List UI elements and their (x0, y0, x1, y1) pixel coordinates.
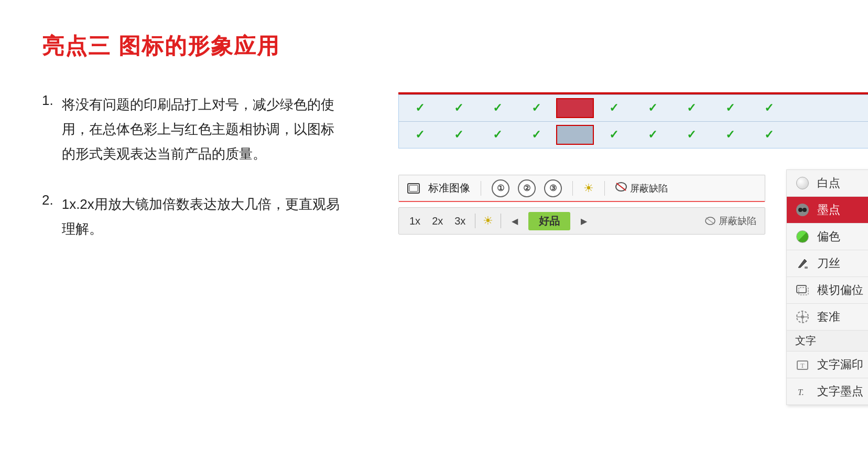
toolbar-sep-1 (481, 181, 481, 196)
mag-btn-3[interactable]: ③ (544, 179, 562, 197)
checkmark-icon: ✓ (415, 101, 425, 115)
quality-badge: 好品 (528, 212, 570, 230)
page: 亮点三 图标的形象应用 1. 将没有问题的印刷品打上对号，减少绿色的使用，在总体… (0, 0, 868, 457)
item-2-body: 1x.2x用放大镜加倍数表达放大几倍，更直观易理解。 (62, 192, 346, 241)
check-cell-1-4[interactable] (556, 125, 594, 145)
defect-label-text-ink: 文字墨点 (817, 384, 863, 399)
check-cell-0-2[interactable]: ✓ (479, 98, 516, 118)
text-miss-icon: T (795, 357, 810, 372)
check-cell-1-8[interactable]: ✓ (711, 125, 749, 145)
bottom-sep-1 (475, 214, 475, 228)
color-icon (795, 229, 810, 244)
check-row-1: ✓✓✓✓✓✓✓✓✓ (399, 122, 868, 148)
checkmark-icon: ✓ (648, 101, 657, 115)
checkmark-icon: ✓ (454, 128, 463, 142)
defect-item-color-shift[interactable]: 偏色 (787, 224, 868, 250)
check-row-0: ✓✓✓✓✓✓✓✓✓ (399, 95, 868, 122)
image-label: 标准图像 (428, 181, 470, 195)
text-ink-icon: T. (795, 384, 810, 399)
checkmark-icon: ✓ (609, 128, 619, 142)
check-cell-1-7[interactable]: ✓ (672, 125, 710, 145)
toolbar-sep-3 (604, 181, 605, 196)
checkmark-icon: ✓ (725, 101, 735, 115)
section-divider-text[interactable]: 文字 ∨ (787, 331, 868, 352)
check-cell-1-5[interactable]: ✓ (595, 125, 633, 145)
top-toolbar: 标准图像 ① ② ③ ☀ (398, 175, 765, 202)
item-2-number: 2. (42, 192, 53, 208)
checkmark-icon: ✓ (609, 101, 619, 115)
zoom-3x[interactable]: 3x (452, 214, 468, 228)
checkmark-icon: ✓ (687, 128, 696, 142)
item-1-text: 将没有问题的印刷品打上对号，减少绿色的使用，在总体色彩上与红色主题相协调，以图标… (62, 97, 334, 162)
defect-label-die-cut: 模切偏位 (817, 282, 863, 298)
svg-point-8 (802, 208, 807, 212)
check-cell-0-4[interactable] (556, 98, 594, 118)
svg-point-7 (798, 208, 802, 212)
check-cell-0-1[interactable]: ✓ (440, 98, 478, 118)
bottom-mask-label: 屏蔽缺陷 (719, 215, 756, 227)
check-cell-1-0[interactable]: ✓ (401, 125, 439, 145)
defect-label-knife: 刀丝 (817, 256, 840, 271)
mask-icon (615, 182, 627, 194)
check-cell-0-0[interactable]: ✓ (401, 98, 439, 118)
check-cell-0-6[interactable]: ✓ (634, 98, 671, 118)
right-column: ✓✓✓✓✓✓✓✓✓✓✓✓✓✓✓✓✓✓ 标准图 (367, 92, 868, 405)
check-grid-wrapper: ✓✓✓✓✓✓✓✓✓✓✓✓✓✓✓✓✓✓ (398, 92, 868, 148)
check-cell-0-8[interactable]: ✓ (711, 98, 749, 118)
bottom-toolbar: 1x 2x 3x ☀ ◀ 好品 ▶ (398, 207, 765, 235)
defect-item-text-ink[interactable]: T. 文字墨点 (787, 378, 868, 405)
check-cell-0-9[interactable]: ✓ (750, 98, 788, 118)
zoom-1x[interactable]: 1x (407, 214, 422, 228)
image-icon (407, 183, 420, 194)
defect-item-die-cut[interactable]: 模切偏位 (787, 277, 868, 304)
zoom-2x[interactable]: 2x (430, 214, 445, 228)
defect-item-register[interactable]: 套准 (787, 304, 868, 331)
check-cell-1-3[interactable]: ✓ (517, 125, 555, 145)
bottom-mask-defect[interactable]: 屏蔽缺陷 (705, 215, 756, 227)
bottom-brightness-icon: ☀ (483, 214, 493, 228)
item-2: 2. 1x.2x用放大镜加倍数表达放大几倍，更直观易理解。 (42, 192, 346, 241)
knife-icon (795, 256, 810, 271)
checkmark-icon: ✓ (493, 128, 502, 142)
mask-defect-btn[interactable]: 屏蔽缺陷 (615, 182, 668, 195)
svg-rect-11 (799, 288, 808, 295)
checkmark-icon: ✓ (493, 101, 502, 115)
defect-item-white-dot[interactable]: 白点 (787, 170, 868, 197)
check-cell-1-1[interactable]: ✓ (440, 125, 478, 145)
item-2-content: 2. 1x.2x用放大镜加倍数表达放大几倍，更直观易理解。 (42, 192, 346, 241)
defect-panel: 白点 墨点 (786, 169, 868, 405)
check-cell-1-6[interactable]: ✓ (634, 125, 671, 145)
item-1-content: 1. 将没有问题的印刷品打上对号，减少绿色的使用，在总体色彩上与红色主题相协调，… (42, 92, 346, 166)
check-grid: ✓✓✓✓✓✓✓✓✓✓✓✓✓✓✓✓✓✓ (398, 94, 868, 148)
checkmark-icon: ✓ (648, 128, 657, 142)
defect-item-text-miss[interactable]: T 文字漏印 (787, 352, 868, 378)
check-cell-0-5[interactable]: ✓ (595, 98, 633, 118)
check-cell-0-3[interactable]: ✓ (517, 98, 555, 118)
svg-rect-10 (797, 285, 806, 293)
left-column: 1. 将没有问题的印刷品打上对号，减少绿色的使用，在总体色彩上与红色主题相协调，… (42, 92, 346, 405)
defect-label-register: 套准 (817, 309, 840, 325)
defect-item-ink-dot[interactable]: 墨点 (787, 197, 868, 224)
die-cut-icon (795, 283, 810, 297)
defect-label-text-miss: 文字漏印 (817, 357, 863, 373)
svg-rect-9 (805, 267, 808, 269)
ink-dot-icon (795, 203, 810, 217)
toolbar-sep-2 (572, 181, 573, 196)
nav-prev[interactable]: ◀ (508, 215, 521, 227)
nav-next[interactable]: ▶ (578, 215, 590, 227)
checkmark-icon: ✓ (687, 101, 696, 115)
mag-btn-1[interactable]: ① (492, 179, 509, 197)
check-cell-1-9[interactable]: ✓ (750, 125, 788, 145)
content-area: 1. 将没有问题的印刷品打上对号，减少绿色的使用，在总体色彩上与红色主题相协调，… (42, 92, 826, 405)
brightness-icon: ☀ (583, 182, 594, 195)
checkmark-icon: ✓ (454, 101, 463, 115)
check-cell-0-7[interactable]: ✓ (672, 98, 710, 118)
svg-text:T.: T. (798, 388, 804, 397)
svg-line-5 (706, 218, 714, 224)
mag-btn-2[interactable]: ② (518, 179, 536, 197)
defect-item-knife[interactable]: 刀丝 (787, 250, 868, 277)
check-cell-1-2[interactable]: ✓ (479, 125, 516, 145)
defect-label-white-dot: 白点 (817, 175, 840, 191)
mask-label: 屏蔽缺陷 (630, 182, 668, 195)
register-icon (795, 310, 810, 324)
